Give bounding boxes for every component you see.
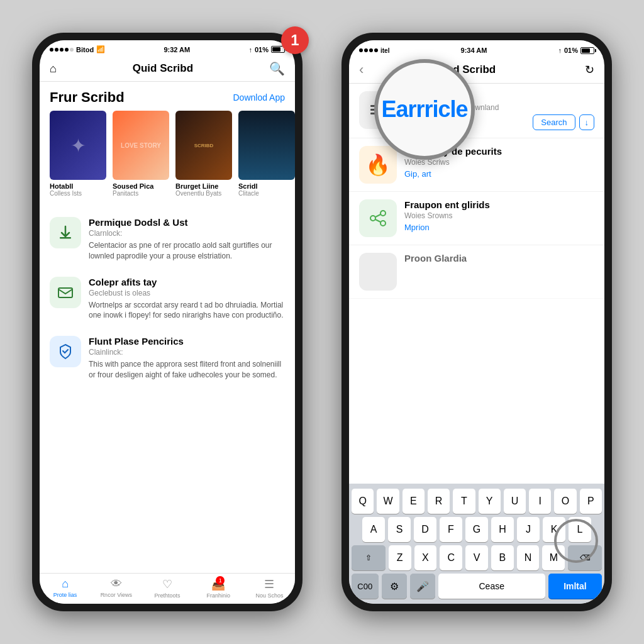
key-mic[interactable]: 🎤	[410, 574, 435, 599]
left-scroll-content: Frur Scribd Downlod App ✦ Hotabll Colles…	[40, 82, 295, 573]
key-v[interactable]: V	[465, 545, 488, 570]
key-g[interactable]: G	[465, 517, 488, 542]
phone-right-screen: Earrricle itel 9:34 AM ↑ 01%	[349, 40, 604, 604]
key-a[interactable]: A	[362, 517, 385, 542]
key-m[interactable]: M	[542, 545, 565, 570]
tab-more-label: Nou Schos	[255, 592, 283, 599]
key-num[interactable]: C00	[352, 574, 379, 599]
key-l[interactable]: L	[569, 517, 591, 542]
key-gear[interactable]: ⚙	[382, 574, 407, 599]
book-item-3[interactable]: Scridl Clitacle	[238, 111, 295, 197]
app-author-2: Woies Srowns	[404, 211, 594, 220]
download-button[interactable]: ↓	[579, 114, 595, 130]
key-r[interactable]: R	[428, 489, 450, 514]
feature-icon-2	[50, 336, 81, 367]
tab-downloads[interactable]: 📥 1 Franhinio	[193, 577, 244, 599]
app-icon-1: 🔥	[359, 146, 397, 184]
key-q[interactable]: Q	[352, 489, 374, 514]
battery-pct-left: 01%	[255, 46, 269, 53]
key-t[interactable]: T	[453, 489, 475, 514]
book-cover-0: ✦	[50, 111, 106, 180]
nav-bar-left: ⌂ Quid Scribd 🔍	[40, 56, 295, 82]
key-return[interactable]: Imltal	[548, 574, 602, 599]
key-s[interactable]: S	[388, 517, 411, 542]
key-n[interactable]: N	[517, 545, 540, 570]
key-y[interactable]: Y	[479, 489, 501, 514]
app-action-1[interactable]: Gip, art	[404, 169, 594, 179]
tab-views[interactable]: 👁 Rncor Views	[91, 577, 142, 599]
key-shift[interactable]: ⇧	[352, 545, 386, 570]
book-item-0[interactable]: ✦ Hotabll Colless Ists	[50, 111, 106, 197]
key-h[interactable]: H	[491, 517, 514, 542]
key-c[interactable]: C	[440, 545, 462, 570]
key-i[interactable]: I	[529, 489, 551, 514]
time-left: 9:32 AM	[164, 46, 190, 53]
home-icon[interactable]: ⌂	[50, 62, 57, 75]
feature-item-2: Flunt Plase Pencirics Clainlinck: This w…	[40, 328, 295, 388]
key-f[interactable]: F	[440, 517, 462, 542]
key-z[interactable]: Z	[389, 545, 411, 570]
book-cover-3	[238, 111, 295, 180]
book-sublabel-3: Clitacle	[238, 190, 295, 197]
tab-bar-left: ⌂ Prote lias 👁 Rncor Views ♡ Prethtoots …	[40, 573, 295, 604]
key-k[interactable]: K	[543, 517, 565, 542]
book-sublabel-0: Colless Ists	[50, 190, 106, 197]
feature-icon-1	[50, 277, 81, 308]
nav-title-left: Quid Scribd	[133, 62, 193, 75]
book-item-1[interactable]: LOVE STORY Soused Pica Panitacts	[113, 111, 169, 197]
tab-downloads-badge: 1	[216, 576, 225, 585]
key-w[interactable]: W	[377, 489, 399, 514]
book-cover-1: LOVE STORY	[113, 111, 169, 180]
keyboard-row-2: A S D F G H J K L	[352, 517, 602, 542]
main-container: 1 Bitod 📶 9:32 AM ↑	[0, 0, 644, 644]
book-sublabel-2: Ovenentlu Byats	[175, 190, 232, 197]
key-p[interactable]: P	[580, 489, 602, 514]
feature-desc-2: This with pance the approra sest fliterd…	[89, 359, 285, 380]
keyboard-row-3: ⇧ Z X C V B N M ⌫	[352, 545, 602, 570]
carrier-left: Bitod	[76, 46, 94, 53]
app-item-1: 🔥 Boluowcy de pecurits Woies Scriws Gip,…	[349, 138, 604, 192]
feature-title-1: Colepr afits tay	[89, 277, 285, 287]
key-d[interactable]: D	[414, 517, 436, 542]
location-icon-left: ↑	[248, 46, 252, 53]
key-o[interactable]: O	[554, 489, 576, 514]
key-x[interactable]: X	[414, 545, 437, 570]
search-icon-left[interactable]: 🔍	[269, 61, 285, 76]
app-icon-2	[359, 199, 397, 237]
keyboard-bottom-row: C00 ⚙ 🎤 Cease Imltal	[352, 574, 602, 599]
app-name-3: Proon Glardia	[404, 253, 594, 264]
keyboard: Q W E R T Y U I O P A S D F G	[349, 484, 604, 604]
phone-right: Earrricle itel 9:34 AM ↑ 01%	[341, 33, 612, 611]
tab-home[interactable]: ⌂ Prote lias	[40, 577, 91, 599]
key-space[interactable]: Cease	[438, 574, 545, 599]
tab-home-icon: ⌂	[62, 577, 69, 591]
key-u[interactable]: U	[504, 489, 526, 514]
feature-item-0: Permique Dodsl & Ust Clarnlock: Celentac…	[40, 209, 295, 269]
key-e[interactable]: E	[402, 489, 425, 514]
search-button[interactable]: Search	[533, 114, 575, 130]
feature-title-2: Flunt Plase Pencirics	[89, 336, 285, 347]
key-backspace[interactable]: ⌫	[568, 545, 602, 570]
refresh-icon-right[interactable]: ↻	[585, 63, 594, 77]
back-icon-right[interactable]: ‹	[359, 62, 364, 78]
tab-views-icon: 👁	[111, 577, 122, 591]
magnifier-text: Earrricle	[381, 96, 467, 123]
tab-saved-icon: ♡	[162, 577, 172, 591]
book-label-0: Hotabll	[50, 182, 106, 190]
signal-right: itel	[380, 47, 389, 54]
app-icon-3	[359, 253, 397, 291]
book-item-2[interactable]: SCRIBD Brurget Liine Ovenentlu Byats	[175, 111, 232, 197]
tab-more[interactable]: ☰ Nou Schos	[244, 577, 295, 599]
book-label-1: Soused Pica	[113, 182, 169, 190]
feature-subtitle-0: Clarnlock:	[89, 229, 285, 238]
svg-rect-1	[58, 288, 72, 297]
feature-desc-0: Celentacior as pne of rer procatlo aold …	[89, 240, 285, 262]
key-j[interactable]: J	[517, 517, 540, 542]
tab-saved[interactable]: ♡ Prethtoots	[142, 577, 192, 599]
section-action-left[interactable]: Downlod App	[233, 92, 285, 103]
app-name-2: Fraupon ent glirids	[404, 199, 594, 210]
app-action-2[interactable]: Mprion	[404, 223, 594, 232]
feature-subtitle-2: Clainlinck:	[89, 348, 285, 357]
key-b[interactable]: B	[491, 545, 514, 570]
section-title-left: Frur Scribd	[50, 89, 125, 106]
